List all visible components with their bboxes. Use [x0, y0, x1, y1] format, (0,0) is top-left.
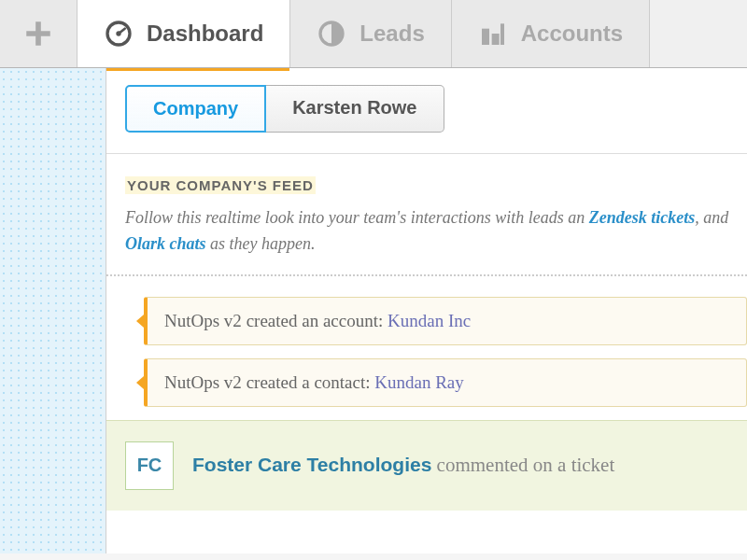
tab-leads-label: Leads	[359, 21, 424, 47]
feed-object-link[interactable]: Kundan Ray	[374, 372, 464, 392]
feed-actor: NutOps v2	[164, 372, 242, 392]
feed-item[interactable]: NutOps v2 created an account: Kundan Inc	[144, 297, 747, 345]
comment-text: Foster Care Technologies commented on a …	[192, 454, 614, 477]
feed-desc-post: as they happen.	[206, 234, 316, 253]
svg-rect-4	[482, 29, 489, 45]
tab-accounts[interactable]: Accounts	[452, 0, 650, 67]
feed-verb: created a contact:	[242, 372, 374, 392]
segment-control: Company Karsten Rowe	[125, 85, 728, 133]
left-gutter	[0, 68, 106, 553]
svg-rect-6	[500, 23, 504, 45]
top-nav: Dashboard Leads Accounts	[0, 0, 747, 68]
feed-verb: created an account:	[242, 311, 388, 330]
segment-person[interactable]: Karsten Rowe	[266, 85, 444, 133]
tab-dashboard-label: Dashboard	[147, 21, 263, 47]
feed-description: Follow this realtime look into your team…	[125, 205, 747, 258]
tab-dashboard[interactable]: Dashboard	[78, 0, 290, 67]
feed-desc-text: Follow this realtime look into your team…	[125, 208, 585, 227]
feed-comment[interactable]: FC Foster Care Technologies commented on…	[106, 420, 747, 511]
plus-icon	[22, 18, 54, 49]
gauge-icon	[104, 19, 134, 49]
svg-line-2	[119, 29, 125, 34]
feed-desc-sep: , and	[695, 208, 728, 227]
segment-company[interactable]: Company	[125, 85, 266, 133]
feed-item[interactable]: NutOps v2 created a contact: Kundan Ray	[144, 358, 747, 407]
add-tab[interactable]	[0, 0, 78, 67]
svg-rect-5	[491, 34, 499, 45]
feed-link-zendesk[interactable]: Zendesk tickets	[589, 208, 695, 227]
feed-header: YOUR COMPANY'S FEED Follow this realtime…	[106, 154, 747, 274]
comment-tail: commented on a ticket	[431, 454, 614, 476]
feed-title: YOUR COMPANY'S FEED	[125, 176, 316, 194]
tab-leads[interactable]: Leads	[290, 0, 451, 67]
feed-actor: NutOps v2	[164, 311, 242, 330]
feed-link-olark[interactable]: Olark chats	[125, 234, 206, 253]
tab-accounts-label: Accounts	[521, 21, 623, 47]
buildings-icon	[478, 19, 508, 49]
comment-company[interactable]: Foster Care Technologies	[192, 454, 431, 475]
avatar: FC	[125, 441, 174, 490]
page-body: Company Karsten Rowe YOUR COMPANY'S FEED…	[0, 68, 747, 553]
feed-items: NutOps v2 created an account: Kundan Inc…	[106, 276, 747, 511]
content: Company Karsten Rowe YOUR COMPANY'S FEED…	[106, 68, 747, 553]
feed-object-link[interactable]: Kundan Inc	[388, 311, 471, 330]
contrast-icon	[317, 19, 346, 49]
